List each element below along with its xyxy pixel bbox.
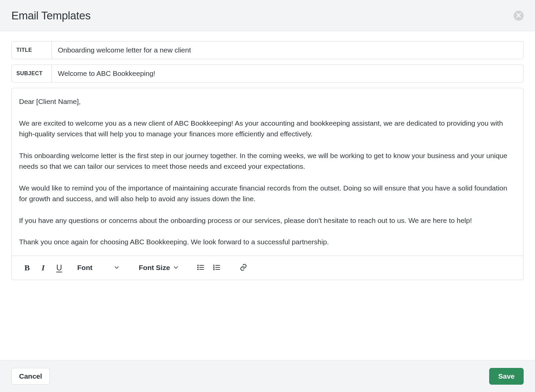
modal-body: TITLE SUBJECT Dear [Client Name], We are…	[0, 31, 535, 360]
page-title: Email Templates	[11, 9, 91, 22]
modal-header: Email Templates	[0, 0, 535, 31]
link-button[interactable]	[237, 261, 250, 274]
close-button[interactable]	[514, 11, 524, 21]
editor-body[interactable]: Dear [Client Name], We are excited to we…	[12, 88, 523, 256]
body-paragraph: Dear [Client Name],	[19, 96, 516, 107]
body-paragraph: This onboarding welcome letter is the fi…	[19, 150, 516, 172]
editor-toolbar: B I U Font Font Size	[12, 256, 523, 280]
subject-field-row: SUBJECT	[11, 64, 524, 83]
body-paragraph: We would like to remind you of the impor…	[19, 183, 516, 205]
editor: Dear [Client Name], We are excited to we…	[11, 88, 524, 280]
bulleted-list-button[interactable]	[194, 261, 207, 274]
numbered-list-button[interactable]: 1 2 3	[210, 261, 223, 274]
underline-button[interactable]: U	[52, 261, 66, 274]
fontsize-select-label: Font Size	[139, 264, 170, 272]
fontsize-select[interactable]: Font Size	[135, 261, 183, 274]
numbered-list-icon: 1 2 3	[213, 263, 221, 272]
font-select[interactable]: Font	[73, 261, 123, 274]
bulleted-list-icon	[197, 263, 205, 272]
chevron-down-icon	[173, 264, 179, 272]
body-paragraph: Thank you once again for choosing ABC Bo…	[19, 237, 516, 248]
body-paragraph: If you have any questions or concerns ab…	[19, 215, 516, 226]
cancel-button[interactable]: Cancel	[11, 368, 50, 385]
save-button[interactable]: Save	[489, 368, 524, 385]
title-field-row: TITLE	[11, 41, 524, 59]
link-icon	[239, 263, 247, 272]
bold-button[interactable]: B	[20, 261, 34, 274]
svg-point-0	[198, 265, 199, 266]
subject-label: SUBJECT	[12, 65, 52, 82]
title-label: TITLE	[12, 41, 52, 59]
svg-point-2	[198, 269, 199, 270]
svg-text:3: 3	[213, 268, 215, 270]
close-icon	[516, 13, 521, 19]
subject-input[interactable]	[52, 65, 523, 82]
svg-point-1	[198, 267, 199, 268]
chevron-down-icon	[114, 264, 119, 272]
body-paragraph: We are excited to welcome you as a new c…	[19, 118, 516, 140]
title-input[interactable]	[52, 41, 523, 59]
italic-button[interactable]: I	[36, 261, 50, 274]
modal-footer: Cancel Save	[0, 360, 535, 392]
font-select-label: Font	[77, 264, 92, 272]
